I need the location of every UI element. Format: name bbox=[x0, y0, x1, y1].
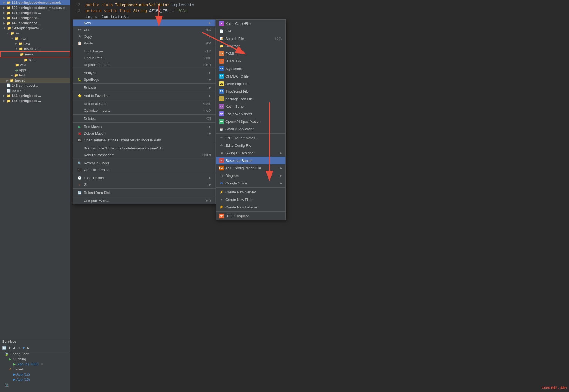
menu-item-favorites[interactable]: ⭐ Add to Favorites ▶ bbox=[73, 92, 215, 99]
file-icon: 📄 bbox=[219, 29, 224, 33]
tree-item-143-file[interactable]: 📄 143-springboot... bbox=[0, 83, 70, 88]
forward-icon[interactable]: ▶ bbox=[27, 346, 30, 350]
tree-item-141[interactable]: ▶ 📁 141-springboot-... bbox=[0, 15, 70, 20]
service-failed[interactable]: ⚠ Failed bbox=[0, 367, 70, 372]
submenu-google-guice[interactable]: G Google Guice ▶ bbox=[216, 179, 285, 187]
menu-item-cut[interactable]: ✂ Cut ⌘X bbox=[73, 26, 215, 33]
service-app-15[interactable]: ▶ App (15) bbox=[0, 377, 70, 382]
submenu-http-request[interactable]: API HTTP Request bbox=[216, 212, 285, 220]
separator-3 bbox=[73, 83, 215, 84]
service-springboot[interactable]: 🍃 Spring Boot bbox=[0, 351, 70, 356]
menu-item-refactor[interactable]: Refactor ▶ bbox=[73, 84, 215, 91]
submenu-create-servlet[interactable]: ⚡ Create New Servlet bbox=[216, 188, 285, 196]
submenu-swing[interactable]: ⊞ Swing UI Designer ▶ bbox=[216, 149, 285, 157]
tree-item-target[interactable]: ▶ 📁 target bbox=[0, 78, 70, 83]
submenu-javafx[interactable]: ☕ JavaFXApplication bbox=[216, 125, 285, 133]
menu-item-git[interactable]: ⑂ Git ▶ bbox=[73, 181, 215, 188]
tree-item-145[interactable]: ▶ 📁 145-springboot-... bbox=[0, 98, 70, 103]
service-running[interactable]: ▶ Running bbox=[0, 356, 70, 362]
submenu-create-filter[interactable]: ▼ Create New Filter bbox=[216, 196, 285, 203]
submenu-js[interactable]: JS JavaScript File bbox=[216, 80, 285, 88]
submenu-ts[interactable]: TS TypeScript File bbox=[216, 88, 285, 95]
tree-item-test[interactable]: ▶ 📁 test bbox=[0, 73, 70, 78]
menu-item-paste[interactable]: 📋 Paste ⌘V bbox=[73, 40, 215, 47]
menu-item-optimize[interactable]: Optimize Imports ^⌥O bbox=[73, 107, 215, 114]
submenu-html[interactable]: H HTML File bbox=[216, 57, 285, 65]
menu-item-new[interactable]: New ▶ bbox=[73, 20, 215, 26]
menu-item-reformat[interactable]: Reformat Code ⌥⌘L bbox=[73, 100, 215, 107]
menu-item-debug-maven[interactable]: 🐞 Debug Maven ▶ bbox=[73, 130, 215, 137]
submenu-edit-templates[interactable]: ✏ Edit File Templates... bbox=[216, 134, 285, 142]
menu-item-copy[interactable]: ⎘ Copy ▶ bbox=[73, 33, 215, 40]
submenu-resource-bundle[interactable]: RB Resource Bundle bbox=[216, 157, 285, 164]
services-toolbar: 🔄 ⬆ ⬇ ⊞ ▼ ▶ bbox=[0, 345, 70, 351]
tree-item-re[interactable]: 📁 Re... bbox=[0, 57, 70, 62]
fxml-icon: FX bbox=[219, 51, 224, 56]
sort2-icon[interactable]: ⬇ bbox=[13, 346, 16, 350]
service-app-12[interactable]: ▶ App (12) bbox=[0, 372, 70, 377]
submenu-kotlin-worksheet[interactable]: KW Kotlin Worksheet bbox=[216, 110, 285, 118]
tree-item-131[interactable]: ▶ 📁 131-springboot-... bbox=[0, 10, 70, 15]
tree-item-main[interactable]: ▼ 📁 main bbox=[0, 36, 70, 41]
menu-item-delete[interactable]: Delete... ⌫ bbox=[73, 115, 215, 122]
submenu-file[interactable]: 📄 File bbox=[216, 27, 285, 35]
filter-icon[interactable]: ▼ bbox=[22, 346, 25, 350]
directory-icon: 📁 bbox=[219, 44, 224, 48]
menu-item-find-usages[interactable]: Find Usages ⌥F7 bbox=[73, 48, 215, 55]
menu-item-local-history[interactable]: 🕐 Local History ▶ bbox=[73, 174, 215, 181]
submenu-xml-config[interactable]: XML XML Configuration File ▶ bbox=[216, 164, 285, 172]
refresh-icon[interactable]: 🔄 bbox=[2, 346, 6, 350]
tree-item-mess[interactable]: 📁 mess bbox=[0, 51, 70, 57]
submenu-stylesheet[interactable]: css Stylesheet bbox=[216, 65, 285, 72]
menu-item-build-module[interactable]: Build Module '143-springboot-demo-valida… bbox=[73, 145, 215, 152]
menu-item-run-maven[interactable]: ▶ Run Maven ▶ bbox=[73, 123, 215, 130]
tree-item-src[interactable]: ▼ 📁 src bbox=[0, 31, 70, 36]
submenu-create-listener[interactable]: 👂 Create New Listener bbox=[216, 203, 285, 211]
submenu-kotlin-script[interactable]: KS Kotlin Script bbox=[216, 103, 285, 110]
separator-6 bbox=[73, 114, 215, 115]
submenu-fxml[interactable]: FX FXML File bbox=[216, 50, 285, 57]
tree-item-pom[interactable]: 📄 pom.xml bbox=[0, 88, 70, 93]
tree-icon[interactable]: ⊞ bbox=[17, 346, 20, 350]
servlet-icon: ⚡ bbox=[219, 190, 224, 194]
filter-icon: ▼ bbox=[219, 197, 224, 202]
listener-icon: 👂 bbox=[219, 205, 224, 209]
submenu-scratch[interactable]: 📝 Scratch File ⇧⌘N bbox=[216, 35, 285, 42]
tree-item-wiki[interactable]: 📁 wiki bbox=[0, 62, 70, 68]
menu-item-reveal-finder[interactable]: 🔍 Reveal in Finder bbox=[73, 160, 215, 166]
submenu-diagram[interactable]: ◻ Diagram ▶ bbox=[216, 172, 285, 179]
menu-item-open-terminal[interactable]: >_ Open in Terminal bbox=[73, 166, 215, 173]
separator-10 bbox=[73, 174, 215, 174]
html-icon: H bbox=[219, 59, 224, 64]
tree-item-142[interactable]: ▶ 📁 142-springboot-... bbox=[0, 20, 70, 26]
context-menu: New ▶ ✂ Cut ⌘X ⎘ Copy ▶ 📋 Paste ⌘V Find … bbox=[73, 19, 216, 204]
tree-item-143[interactable]: ▼ 📁 143-springboot-... bbox=[0, 26, 70, 31]
menu-item-analyze[interactable]: Analyze ▶ bbox=[73, 69, 215, 76]
menu-item-compare[interactable]: Compare With... ⌘D bbox=[73, 197, 215, 204]
menu-item-spotbugs[interactable]: 🐛 SpotBugs ▶ bbox=[73, 76, 215, 83]
kotlin-worksheet-icon: KW bbox=[219, 111, 224, 116]
tree-item-144[interactable]: ▶ 📁 144-springboot-... bbox=[0, 93, 70, 98]
tree-item-appli[interactable]: ⚙ appli... bbox=[0, 68, 70, 73]
tree-item-java[interactable]: ▶ 📁 java bbox=[0, 41, 70, 46]
service-app-4[interactable]: ▶ App (4) :8080 ■ bbox=[0, 362, 70, 367]
tree-item-resources[interactable]: ▼ 📁 resource... bbox=[0, 46, 70, 51]
menu-item-replace-path[interactable]: Replace in Path... ⇧⌘R bbox=[73, 61, 215, 68]
submenu-kotlin-class[interactable]: K Kotlin Class/File bbox=[216, 20, 285, 27]
menu-item-open-terminal-maven[interactable]: m Open Terminal at the Current Maven Mod… bbox=[73, 137, 215, 144]
submenu-directory[interactable]: 📁 Directory bbox=[216, 42, 285, 50]
separator-9 bbox=[73, 159, 215, 159]
submenu-new: K Kotlin Class/File 📄 File 📝 Scratch Fil… bbox=[216, 19, 286, 220]
menu-item-find-path[interactable]: Find in Path... ⇧⌘F bbox=[73, 55, 215, 61]
editor-line-12: 12 public class TelephoneNumberValidator… bbox=[70, 2, 569, 8]
submenu-package-json[interactable]: {} package.json File bbox=[216, 95, 285, 103]
service-camera[interactable]: 📷 bbox=[0, 382, 70, 387]
submenu-cfml[interactable]: CF CFML/CFC file bbox=[216, 72, 285, 80]
menu-item-reload[interactable]: 🔄 Reload from Disk bbox=[73, 189, 215, 196]
tree-item-121[interactable]: ▶ 📁 121-springboot-demo-lombok bbox=[0, 0, 70, 5]
tree-item-122[interactable]: ▶ 📁 122-springboot-demo-mapstruct bbox=[0, 5, 70, 10]
sort-icon[interactable]: ⬆ bbox=[8, 346, 11, 350]
submenu-editorconfig[interactable]: ⚙ EditorConfig File bbox=[216, 142, 285, 149]
submenu-openapi[interactable]: API OpenAPI Specification bbox=[216, 118, 285, 125]
menu-item-rebuild[interactable]: Rebuild 'messages' ⇧⌘F9 bbox=[73, 152, 215, 158]
